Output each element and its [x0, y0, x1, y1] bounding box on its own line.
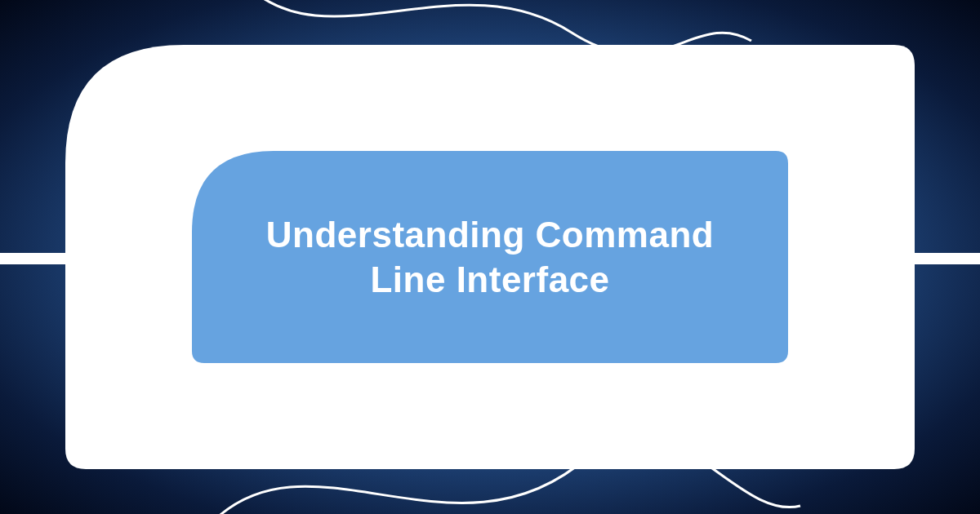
title-panel: Understanding Command Line Interface — [192, 151, 788, 363]
banner-stage: Understanding Command Line Interface — [0, 0, 980, 514]
svg-rect-1 — [911, 253, 980, 264]
banner-title: Understanding Command Line Interface — [225, 212, 755, 302]
svg-rect-0 — [0, 253, 69, 264]
